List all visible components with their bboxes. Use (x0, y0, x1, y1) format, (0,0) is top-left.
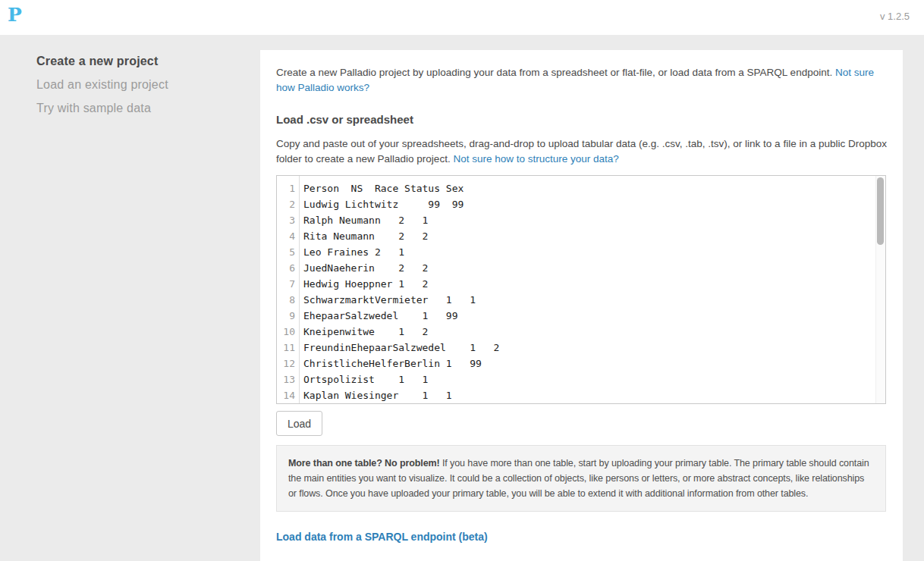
palladio-logo[interactable]: P (8, 3, 22, 27)
line-text: Ortspolizist 1 1 (295, 371, 428, 387)
sidebar-item-try-sample-data[interactable]: Try with sample data (36, 102, 249, 115)
sidebar-item-create-new-project[interactable]: Create a new project (36, 55, 249, 68)
intro-paragraph: Create a new Palladio project by uploadi… (276, 65, 887, 96)
csv-input-editor[interactable]: 1Person NS Race Status Sex2Ludwig Lichtw… (276, 175, 886, 404)
line-text: Kneipenwitwe 1 2 (295, 324, 428, 340)
load-button[interactable]: Load (276, 411, 322, 436)
code-line: 4Rita Neumann 2 2 (277, 228, 875, 244)
line-text: ChristlicheHelferBerlin 1 99 (295, 356, 482, 371)
editor-scrollbar-thumb[interactable] (877, 177, 884, 245)
code-line: 12ChristlicheHelferBerlin 1 99 (277, 356, 875, 371)
version-label: v 1.2.5 (880, 11, 910, 22)
code-lines: 1Person NS Race Status Sex2Ludwig Lichtw… (277, 180, 875, 403)
sidebar-item-load-existing-project[interactable]: Load an existing project (36, 78, 249, 92)
line-text: Kaplan Wiesinger 1 1 (295, 387, 452, 403)
main-panel: Create a new Palladio project by uploadi… (260, 50, 903, 561)
line-text: Hedwig Hoeppner 1 2 (295, 276, 428, 292)
line-number: 3 (277, 212, 295, 228)
sidebar: Create a new project Load an existing pr… (36, 55, 249, 125)
code-line: 9EhepaarSalzwedel 1 99 (277, 308, 875, 324)
code-line: 11FreundinEhepaarSalzwedel 1 2 (277, 340, 875, 356)
code-line: 1Person NS Race Status Sex (277, 180, 875, 196)
line-text: SchwarzmarktVermieter 1 1 (295, 292, 476, 308)
line-text: Rita Neumann 2 2 (295, 228, 428, 244)
line-number: 6 (277, 260, 295, 276)
code-line: 8SchwarzmarktVermieter 1 1 (277, 292, 875, 308)
line-text: FreundinEhepaarSalzwedel 1 2 (295, 340, 499, 356)
sparql-endpoint-link[interactable]: Load data from a SPARQL endpoint (beta) (276, 531, 488, 543)
code-line: 14Kaplan Wiesinger 1 1 (277, 387, 875, 403)
intro-text: Create a new Palladio project by uploadi… (276, 67, 835, 78)
line-number: 13 (277, 371, 295, 387)
line-number: 8 (277, 292, 295, 308)
line-text: Leo Fraines 2 1 (295, 244, 404, 260)
code-line: 2Ludwig Lichtwitz 99 99 (277, 196, 875, 212)
line-number: 2 (277, 196, 295, 212)
line-number: 9 (277, 308, 295, 324)
line-text: Ludwig Lichtwitz 99 99 (295, 196, 464, 212)
code-line: 5Leo Fraines 2 1 (277, 244, 875, 260)
line-text: EhepaarSalzwedel 1 99 (295, 308, 458, 324)
csv-section-heading: Load .csv or spreadsheet (276, 113, 887, 126)
line-number: 4 (277, 228, 295, 244)
line-text: JuedNaeherin 2 2 (295, 260, 428, 276)
line-text: Person NS Race Status Sex (295, 180, 464, 196)
structure-data-link[interactable]: Not sure how to structure your data? (453, 153, 618, 165)
line-number: 5 (277, 244, 295, 260)
line-number: 7 (277, 276, 295, 292)
code-line: 6JuedNaeherin 2 2 (277, 260, 875, 276)
line-number: 12 (277, 356, 295, 371)
code-line: 13Ortspolizist 1 1 (277, 371, 875, 387)
multiple-tables-info-box: More than one table? No problem! If you … (276, 445, 886, 512)
csv-paragraph: Copy and paste out of your spreadsheets,… (276, 136, 887, 167)
line-number: 14 (277, 387, 295, 403)
code-line: 7Hedwig Hoeppner 1 2 (277, 276, 875, 292)
line-number: 1 (277, 180, 295, 196)
info-box-lead: More than one table? No problem! (288, 458, 440, 469)
line-text: Ralph Neumann 2 1 (295, 212, 428, 228)
code-line: 3Ralph Neumann 2 1 (277, 212, 875, 228)
line-number: 11 (277, 340, 295, 356)
editor-scrollbar-track[interactable] (875, 176, 885, 403)
line-number: 10 (277, 324, 295, 340)
top-bar: P v 1.2.5 (0, 0, 924, 35)
code-line: 10Kneipenwitwe 1 2 (277, 324, 875, 340)
